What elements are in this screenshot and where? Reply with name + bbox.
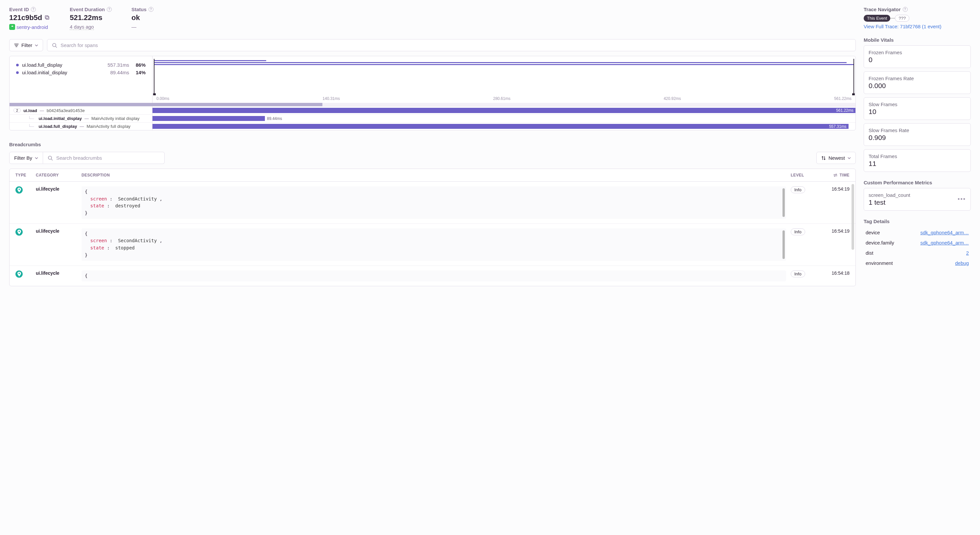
span-row[interactable]: └─ui.load.initial_display — MainActivity… <box>10 115 856 122</box>
span-duration: 561.22ms <box>836 108 853 113</box>
view-full-trace-link[interactable]: View Full Trace: 71bf2768 (1 event) <box>864 24 942 29</box>
tag-key: device <box>865 230 880 235</box>
event-id-value: 121c9b5d <box>9 13 42 22</box>
breadcrumb-row[interactable]: ui.lifecycle{ screen : SecondActivity , … <box>10 182 856 223</box>
span-bar[interactable]: 561.22ms <box>153 108 856 113</box>
vitals-label: Slow Frames <box>869 102 966 107</box>
tag-row: devicesdk_gphone64_arm… <box>864 228 971 237</box>
vitals-label: Total Frames <box>869 153 966 159</box>
help-icon[interactable]: ? <box>148 7 153 12</box>
col-time[interactable]: TIME <box>820 173 850 177</box>
breadcrumbs-title: Breadcrumbs <box>9 142 856 147</box>
svg-point-6 <box>48 156 52 159</box>
col-description: DESCRIPTION <box>81 173 786 177</box>
series-pct: 86% <box>132 62 146 68</box>
project-link[interactable]: sentry-android <box>16 24 48 30</box>
metric-value: 1 test <box>869 199 910 206</box>
vitals-card[interactable]: Frozen Frames0 <box>864 45 971 68</box>
vitals-card[interactable]: Slow Frames Rate0.909 <box>864 123 971 146</box>
help-icon[interactable]: ? <box>903 7 908 12</box>
tag-value-link[interactable]: sdk_gphone64_arm… <box>920 240 969 245</box>
duration-label: Event Duration ? <box>70 6 112 12</box>
tag-value-link[interactable]: 2 <box>966 250 969 256</box>
span-row[interactable]: └─ui.load.full_display — MainActivity fu… <box>10 122 856 130</box>
breadcrumbs-filter-button[interactable]: Filter By <box>9 152 43 164</box>
vitals-card[interactable]: Frozen Frames Rate0.000 <box>864 71 971 94</box>
span-desc: b04245a3ea91453e <box>47 108 85 113</box>
chevron-down-icon <box>848 157 851 159</box>
breadcrumb-row[interactable]: ui.lifecycle{Info16:54:18 <box>10 266 856 286</box>
status-label: Status ? <box>132 6 153 12</box>
vitals-card[interactable]: Total Frames11 <box>864 149 971 172</box>
series-name: ui.load.initial_display <box>22 70 99 75</box>
svg-line-7 <box>51 159 52 160</box>
vitals-card[interactable]: Slow Frames10 <box>864 97 971 120</box>
breadcrumb-payload: { <box>81 271 786 282</box>
custom-metrics-title: Custom Performance Metrics <box>864 180 971 185</box>
this-event-pill[interactable]: This Event <box>864 15 890 22</box>
col-type: TYPE <box>16 173 31 177</box>
series-ms: 89.44ms <box>102 70 129 75</box>
metric-card[interactable]: screen_load_count 1 test ••• <box>864 188 971 211</box>
svg-rect-0 <box>46 16 49 19</box>
vitals-label: Frozen Frames Rate <box>869 76 966 81</box>
span-bar[interactable]: 557.31ms <box>153 124 848 129</box>
col-level: LEVEL <box>791 173 815 177</box>
scrollbar[interactable] <box>851 184 854 250</box>
span-search-input[interactable] <box>60 42 851 48</box>
unknown-pill[interactable]: ??? <box>895 15 909 22</box>
status-value: ok <box>132 13 153 22</box>
level-badge: Info <box>791 228 805 235</box>
breadcrumb-category: ui.lifecycle <box>36 271 77 276</box>
breadcrumb-category: ui.lifecycle <box>36 186 77 192</box>
scrollbar[interactable] <box>783 188 785 217</box>
duration-age[interactable]: 4 days ago <box>70 24 94 30</box>
vitals-value: 11 <box>869 160 966 167</box>
tag-row: environmentdebug <box>864 258 971 268</box>
span-desc: MainActivity initial display <box>91 116 140 121</box>
breadcrumbs-search[interactable] <box>43 152 165 164</box>
timeline-scrubber[interactable] <box>10 103 856 106</box>
search-icon <box>52 43 57 48</box>
series-pct: 14% <box>132 70 146 75</box>
span-duration: 89.44ms <box>265 115 282 122</box>
event-header: Event ID ? 121c9b5d sentry-android Event… <box>9 6 856 30</box>
tag-row: dist2 <box>864 248 971 258</box>
copy-icon[interactable] <box>45 15 50 21</box>
span-bar[interactable] <box>153 116 265 121</box>
span-duration: 557.31ms <box>829 124 846 129</box>
chevron-down-icon <box>35 157 38 159</box>
span-row[interactable]: 2ui.load — b04245a3ea91453e561.22ms <box>10 107 856 115</box>
tag-value-link[interactable]: debug <box>955 260 969 266</box>
platform-icon <box>9 24 15 30</box>
search-icon <box>48 155 53 161</box>
breadcrumbs-search-input[interactable] <box>56 155 160 161</box>
span-search[interactable] <box>47 39 856 51</box>
breadcrumb-time: 16:54:18 <box>820 271 850 276</box>
help-icon[interactable]: ? <box>107 7 112 12</box>
filter-button[interactable]: Filter <box>9 39 43 51</box>
breadcrumb-time: 16:54:19 <box>820 186 850 192</box>
level-badge: Info <box>791 271 805 277</box>
breadcrumb-time: 16:54:19 <box>820 228 850 234</box>
scrollbar[interactable] <box>783 230 785 259</box>
trace-nav-pills: This Event ??? <box>864 15 971 22</box>
status-sub: — <box>132 24 153 30</box>
vitals-value: 0.000 <box>869 82 966 90</box>
tag-value-link[interactable]: sdk_gphone64_arm… <box>920 230 969 235</box>
vitals-label: Frozen Frames <box>869 49 966 55</box>
tag-key: device.family <box>865 240 894 245</box>
vitals-value: 0.909 <box>869 134 966 142</box>
vitals-value: 10 <box>869 108 966 116</box>
breadcrumb-row[interactable]: ui.lifecycle{ screen : SecondActivity , … <box>10 223 856 266</box>
svg-point-2 <box>11 26 12 26</box>
sort-icon <box>821 156 826 160</box>
breadcrumb-category: ui.lifecycle <box>36 228 77 234</box>
timeline-chart[interactable] <box>154 59 854 94</box>
more-icon[interactable]: ••• <box>958 196 966 203</box>
duration-value: 521.22ms <box>70 13 112 22</box>
breadcrumbs-sort-button[interactable]: Newest <box>816 152 856 164</box>
breadcrumb-payload: { screen : SecondActivity , state : stop… <box>81 228 786 261</box>
help-icon[interactable]: ? <box>31 7 36 12</box>
svg-rect-1 <box>45 16 48 19</box>
